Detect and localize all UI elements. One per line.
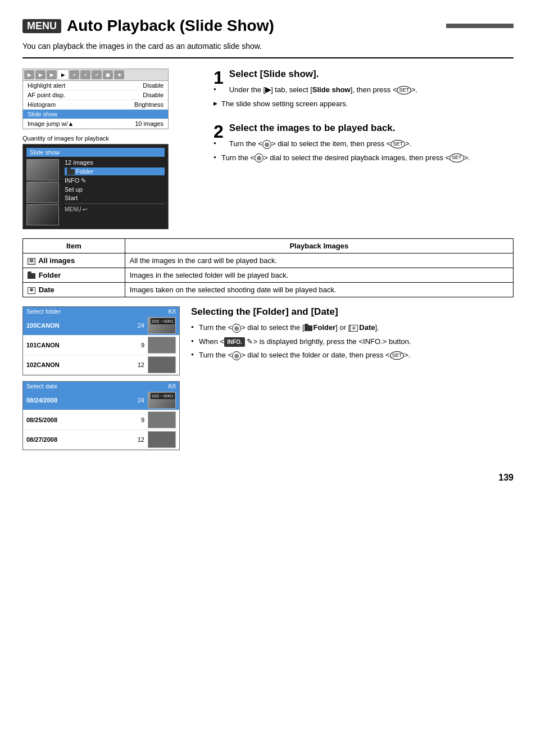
slide-opt-info: INFO ✎: [65, 177, 165, 184]
tab-icon-8: ▣: [103, 70, 113, 79]
table-row: Folder Images in the selected folder wil…: [23, 268, 514, 283]
table-row: ⊞ Date Images taken on the selected shoo…: [23, 283, 514, 297]
step2-bullet2: Turn the <◎> dial to select the desired …: [214, 152, 514, 164]
slideshow-screen: Slide show 12 images Folder INFO ✎ Set u…: [22, 144, 169, 229]
all-images-icon: ⊟: [28, 258, 35, 265]
step1-bullet2: The slide show setting screen appears.: [214, 98, 514, 110]
date-icon-inline: ⊞: [350, 325, 358, 332]
step1-block: 1 Select [Slide show]. Under the [▶] tab…: [214, 69, 514, 109]
bottom-section-body: Turn the <◎> dial to select the [Folder]…: [191, 322, 514, 361]
menu-row-image-jump: Image jump w/▲10 images: [23, 119, 168, 129]
menu-badge: MENU: [22, 19, 61, 33]
date-row-3: 08/27/2008 12: [23, 430, 179, 450]
table-cell-item-date: ⊞ Date: [23, 283, 125, 297]
slide-opt-folder: Folder: [65, 168, 165, 175]
step1-heading: Select [Slide show].: [214, 69, 514, 80]
table-row: ⊟ All images All the images in the card …: [23, 253, 514, 268]
slide-opt-start: Start: [65, 194, 165, 201]
select-folder-screen: Select folder Kñ 100CANON 24 102→0001 10…: [22, 306, 180, 375]
step1-bullet1: Under the [▶] tab, select [Slide show], …: [214, 84, 514, 96]
menu-row-af-point: AF point disp.Disable: [23, 90, 168, 100]
folder-icon: [67, 169, 75, 175]
left-screenshots: ▶ ▶ ▶ ▶ ✓ ✓ ✓ ▣ ★ Highlight alertDisable…: [22, 69, 202, 229]
slideshow-options: 12 images Folder INFO ✎ Set up Start MEN…: [65, 159, 165, 225]
slide-opt-setup: Set up: [65, 186, 165, 193]
camera-menu-screenshot: ▶ ▶ ▶ ▶ ✓ ✓ ✓ ▣ ★ Highlight alertDisable…: [22, 69, 169, 129]
menu-back-label: MENU ↩: [65, 206, 87, 212]
step2-bullet1: Turn the <◎> dial to select the item, th…: [214, 138, 514, 150]
slideshow-thumbnails: [26, 159, 60, 225]
right-steps: 1 Select [Slide show]. Under the [▶] tab…: [214, 69, 514, 229]
folder-thumb-2: [148, 337, 176, 354]
folder-icon-inline: [305, 325, 312, 331]
bottom-bullet2: When <INFO. ✎> is displayed brightly, pr…: [191, 336, 514, 347]
folder-icon-table: [28, 273, 35, 279]
table-header-playback: Playback Images: [125, 239, 513, 253]
table-cell-item-folder: Folder: [23, 268, 125, 283]
table-cell-desc-folder: Images in the selected folder will be pl…: [125, 268, 513, 283]
thumb-1: [26, 159, 59, 180]
bottom-bullet1: Turn the <◎> dial to select the [Folder]…: [191, 322, 514, 333]
page-number: 139: [22, 473, 514, 483]
step2-heading: Select the images to be played back.: [214, 123, 514, 134]
title-decoration: [446, 24, 514, 28]
bottom-right-text: Selecting the [Folder] and [Date] Turn t…: [191, 306, 514, 456]
menu-row-highlight-alert: Highlight alertDisable: [23, 81, 168, 90]
table-cell-desc-date: Images taken on the selected shooting da…: [125, 283, 513, 297]
date-row-1: 08/24/2008 24 102→0001: [23, 391, 179, 410]
bottom-section-heading: Selecting the [Folder] and [Date]: [191, 306, 514, 318]
folder-row-3: 102CANON 12: [23, 355, 179, 375]
folder-row-1: 100CANON 24 102→0001: [23, 316, 179, 336]
date-row-2: 08/25/2008 9: [23, 410, 179, 430]
tab-icon-2: ▶: [35, 70, 46, 79]
select-date-title: Select date Kñ: [23, 382, 179, 391]
thumb-2: [26, 182, 59, 203]
thumb-3: [26, 204, 59, 225]
menu-row-slideshow: Slide show: [23, 110, 168, 119]
date-icon-table: ⊞: [28, 287, 35, 294]
info-button: INFO.: [224, 337, 245, 347]
tab-icon-5: ✓: [69, 70, 79, 79]
page-title: MENU Auto Playback (Slide Show): [22, 17, 514, 35]
playback-images-table: Item Playback Images ⊟ All images All th…: [22, 238, 514, 297]
select-date-screen: Select date Kñ 08/24/2008 24 102→0001 08…: [22, 381, 180, 450]
folder-thumb-3: [148, 356, 176, 373]
menu-icon-bar: MENU ↩: [65, 203, 165, 212]
table-cell-desc-all: All the images in the card will be playe…: [125, 253, 513, 268]
steps-section: ▶ ▶ ▶ ▶ ✓ ✓ ✓ ▣ ★ Highlight alertDisable…: [22, 69, 514, 229]
step2-body: Turn the <◎> dial to select the item, th…: [214, 138, 514, 163]
folder-row-2: 101CANON 9: [23, 336, 179, 355]
slide-count: 12 images: [65, 159, 165, 166]
quantity-label: Quantity of images for playback: [22, 135, 202, 142]
bottom-bullet3: Turn the <◎> dial to select the folder o…: [191, 350, 514, 361]
tab-icon-3: ▶: [47, 70, 57, 79]
bottom-section: Select folder Kñ 100CANON 24 102→0001 10…: [22, 306, 514, 456]
table-cell-item-all: ⊟ All images: [23, 253, 125, 268]
table-header-item: Item: [23, 239, 125, 253]
folder-thumb-1: 102→0001: [148, 317, 176, 334]
step2-block: 2 Select the images to be played back. T…: [214, 123, 514, 163]
menu-row-histogram: HistogramBrightness: [23, 100, 168, 110]
step1-body: Under the [▶] tab, select [Slide show], …: [214, 84, 514, 109]
slideshow-title-bar: Slide show: [26, 148, 165, 157]
date-thumb-3: [148, 431, 176, 448]
tab-icon-1: ▶: [24, 70, 34, 79]
subtitle: You can playback the images in the card …: [22, 42, 514, 58]
folder-date-screens: Select folder Kñ 100CANON 24 102→0001 10…: [22, 306, 180, 456]
tab-icon-4: ▶: [58, 70, 68, 79]
slideshow-content: 12 images Folder INFO ✎ Set up Start MEN…: [26, 159, 165, 225]
menu-tabs: ▶ ▶ ▶ ▶ ✓ ✓ ✓ ▣ ★: [23, 69, 168, 81]
tab-icon-6: ✓: [80, 70, 90, 79]
tab-icon-7: ✓: [92, 70, 102, 79]
tab-icon-9: ★: [114, 70, 124, 79]
date-thumb-2: [148, 411, 176, 428]
date-thumb-1: 102→0001: [148, 392, 176, 409]
select-folder-title: Select folder Kñ: [23, 307, 179, 316]
